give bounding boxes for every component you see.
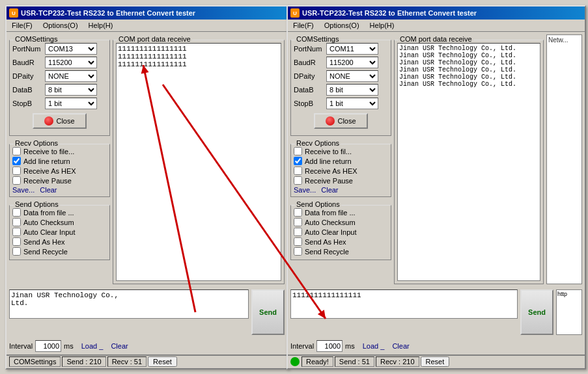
com-settings-label-2: COMSettings <box>295 35 340 43</box>
clear-link-recv-2[interactable]: Clear <box>321 186 338 194</box>
baudr-label-1: BaudR <box>12 59 45 66</box>
portnum-select-2[interactable]: COM11 <box>326 43 378 55</box>
auto-clear-input-cb-1[interactable] <box>12 228 21 236</box>
send-recycle-cb-1[interactable] <box>12 247 21 256</box>
close-icon-2 <box>326 116 335 126</box>
add-line-return-cb-2[interactable] <box>294 157 302 165</box>
baudr-select-1[interactable]: 115200 <box>45 57 97 68</box>
data-from-file-label-1: Data from file ... <box>23 209 74 217</box>
send-options-label-1: Send Options <box>14 200 60 208</box>
recv-options-label-2: Recv Options <box>295 139 341 147</box>
dpaity-select-2[interactable]: NONE <box>326 70 378 82</box>
load-link-1[interactable]: Load _ <box>81 342 104 350</box>
auto-clear-input-cb-2[interactable] <box>294 228 302 236</box>
network-panel-2: Netw... <box>546 34 582 284</box>
http-panel: http <box>556 289 582 335</box>
interval-input-2[interactable] <box>316 340 343 352</box>
interval-unit-1: ms <box>64 342 74 350</box>
titlebar-1: U USR-TCP232-Test RS232 to Ethernet Conv… <box>7 7 287 20</box>
clear-link-send-1[interactable]: Clear <box>111 342 128 350</box>
com-settings-1: COMSettings PortNum COM13 BaudR 115200 <box>9 40 110 136</box>
data-line-1-1: 1111111111111111 <box>118 45 279 53</box>
com-port-data-area-1[interactable]: 1111111111111111 1111111111111111 111111… <box>116 43 281 281</box>
network-label-2: Netw... <box>548 36 580 44</box>
load-link-2[interactable]: Load _ <box>363 342 385 350</box>
clear-link-send-2[interactable]: Clear <box>392 342 409 350</box>
status-bar-1: COMSettings Send : 210 Recv : 51 Reset <box>7 354 287 367</box>
send-count-1: Send : 210 <box>62 356 105 367</box>
app-icon-1: U <box>9 8 18 18</box>
receive-as-hex-label-2: Receive As HEX <box>305 167 357 175</box>
interval-label-1: Interval <box>9 342 33 350</box>
portnum-label-2: PortNum <box>294 45 326 53</box>
receive-as-hex-label-1: Receive As HEX <box>23 167 76 175</box>
reset-button-2[interactable]: Reset <box>421 356 450 367</box>
save-link-1[interactable]: Save... <box>12 186 35 194</box>
ready-text-2: Ready! <box>301 356 333 367</box>
receive-pause-cb-2[interactable] <box>294 176 302 185</box>
close-icon-1 <box>44 116 53 126</box>
data-from-file-cb-2[interactable] <box>294 208 302 217</box>
auto-clear-input-label-1: Auto Clear Input <box>23 228 76 236</box>
datab-select-2[interactable]: 8 bit <box>326 84 378 96</box>
receive-to-file-cb-1[interactable] <box>12 147 21 155</box>
baudr-select-2[interactable]: 115200 <box>326 57 378 68</box>
com-settings-2: COMSettings PortNum COM11 BaudR 115200 <box>290 40 391 136</box>
save-link-2[interactable]: Save... <box>294 186 316 194</box>
menu-options-1[interactable]: Options(O) <box>40 21 81 30</box>
menu-file-1[interactable]: File(F) <box>9 21 35 30</box>
data-line-2-3: Jinan USR Technology Co., Ltd. <box>399 59 539 66</box>
datab-select-1[interactable]: 8 bit <box>45 84 97 96</box>
send-recycle-label-1: Send Recycle <box>23 248 68 256</box>
menu-options-2[interactable]: Options(O) <box>322 21 362 30</box>
add-line-return-label-2: Add line return <box>305 157 352 165</box>
menu-help-2[interactable]: Help(H) <box>367 21 397 30</box>
send-recycle-cb-2[interactable] <box>294 247 302 256</box>
datab-label-1: DataB <box>12 86 45 94</box>
receive-pause-cb-1[interactable] <box>12 176 21 185</box>
com-port-data-label-2: COM port data receive <box>399 35 473 43</box>
clear-link-recv-1[interactable]: Clear <box>40 186 57 194</box>
portnum-label-1: PortNum <box>12 45 45 53</box>
data-from-file-cb-1[interactable] <box>12 208 21 217</box>
close-button-1[interactable]: Close <box>33 113 86 129</box>
interval-input-1[interactable] <box>35 340 61 352</box>
add-line-return-cb-1[interactable] <box>12 157 21 165</box>
baudr-label-2: BaudR <box>294 59 326 66</box>
send-input-2[interactable]: 1111111111111111 <box>290 289 518 319</box>
reset-button-1[interactable]: Reset <box>148 356 177 367</box>
send-options-1: Send Options Data from file ... Auto Che… <box>9 205 110 260</box>
data-from-file-label-2: Data from file ... <box>305 209 356 217</box>
auto-checksum-cb-1[interactable] <box>12 218 21 226</box>
recv-options-2: Recv Options Receive to fil... Add line … <box>290 144 391 197</box>
send-input-1[interactable]: Jinan USR Technology Co., Ltd. <box>9 289 249 319</box>
receive-as-hex-cb-1[interactable] <box>12 167 21 175</box>
send-button-2[interactable]: Send <box>520 289 553 335</box>
dpaity-label-1: DPaity <box>12 72 45 80</box>
send-options-2: Send Options Data from file ... Auto Che… <box>290 205 391 260</box>
data-line-1-2: 1111111111111111 <box>118 53 279 60</box>
receive-to-file-cb-2[interactable] <box>294 147 302 155</box>
status-bar-2: Ready! Send : 51 Recv : 210 Reset <box>288 354 585 367</box>
recv-count-1: Recv : 51 <box>107 356 147 367</box>
dpaity-select-1[interactable]: NONE <box>45 70 97 82</box>
receive-as-hex-cb-2[interactable] <box>294 167 302 175</box>
stopb-select-1[interactable]: 1 bit <box>45 98 97 109</box>
menu-file-2[interactable]: File(F) <box>290 21 316 30</box>
auto-checksum-cb-2[interactable] <box>294 218 302 226</box>
window1-title: USR-TCP232-Test RS232 to Ethernet Conver… <box>21 9 195 17</box>
send-options-label-2: Send Options <box>295 200 341 208</box>
recv-options-1: Recv Options Receive to file... Add line… <box>9 144 110 197</box>
close-button-2[interactable]: Close <box>314 113 367 129</box>
menu-help-1[interactable]: Help(H) <box>86 21 116 30</box>
send-as-hex-label-1: Send As Hex <box>23 238 65 246</box>
stopb-select-2[interactable]: 1 bit <box>326 98 378 109</box>
send-as-hex-cb-2[interactable] <box>294 237 302 246</box>
portnum-select-1[interactable]: COM13 <box>45 43 97 55</box>
com-port-data-area-2[interactable]: Jinan USR Technology Co., Ltd. Jinan USR… <box>397 43 540 281</box>
auto-checksum-label-2: Auto Checksum <box>305 219 356 226</box>
auto-clear-input-label-2: Auto Clear Input <box>305 228 357 236</box>
send-button-1[interactable]: Send <box>251 289 285 335</box>
send-as-hex-cb-1[interactable] <box>12 237 21 246</box>
app-icon-2: U <box>290 8 300 18</box>
